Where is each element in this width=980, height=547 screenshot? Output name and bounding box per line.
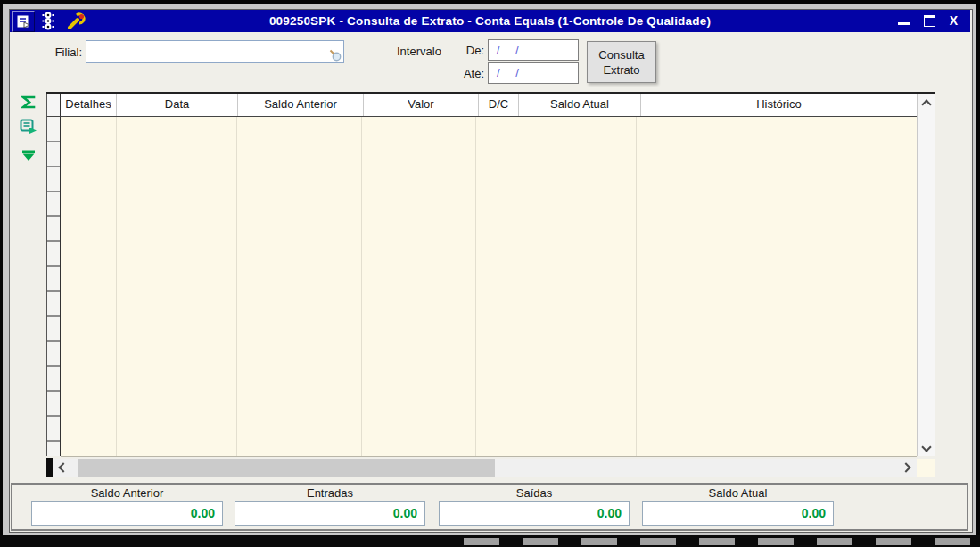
go-to-end-icon[interactable]	[18, 145, 39, 167]
magnifier-icon[interactable]	[329, 49, 342, 62]
grid-body[interactable]	[61, 117, 917, 457]
consulta-extrato-button[interactable]: Consulta Extrato	[587, 41, 656, 83]
grid-row-selector-column[interactable]	[46, 117, 62, 456]
saldo-anterior-field: 0.00	[31, 501, 223, 526]
saldo-atual-field: 0.00	[642, 501, 834, 526]
grid-header-row: Detalhes Data Saldo Anterior Valor D/C S…	[61, 94, 917, 117]
maximize-button[interactable]	[924, 15, 935, 27]
ate-input[interactable]: / /	[488, 62, 579, 84]
de-mask-value: / /	[489, 40, 578, 56]
go-to-end-glyph	[21, 149, 37, 163]
column-separator	[361, 117, 362, 456]
consulta-extrato-button-line2: Extrato	[603, 62, 639, 78]
filial-input[interactable]	[88, 43, 324, 61]
chevron-up-icon	[921, 99, 931, 109]
titlebar[interactable]: 009250SPK - Consulta de Extrato - Conta …	[10, 10, 970, 32]
saldo-atual-value: 0.00	[643, 502, 833, 520]
minimize-button[interactable]	[898, 22, 910, 25]
entradas-value: 0.00	[235, 502, 424, 520]
saidas-label: Saídas	[439, 486, 630, 500]
column-header-saldo-anterior[interactable]: Saldo Anterior	[238, 94, 364, 116]
column-header-saldo-atual[interactable]: Saldo Atual	[519, 94, 641, 116]
intervalo-label: Intervalo	[397, 45, 441, 59]
column-header-detalhes[interactable]: Detalhes	[61, 94, 117, 116]
detail-form-glyph	[20, 119, 37, 136]
ate-label: Até:	[449, 67, 484, 81]
scroll-right-button[interactable]	[897, 459, 915, 477]
grid-selector-header	[46, 94, 62, 117]
filial-label: Filial:	[27, 46, 82, 60]
column-header-data[interactable]: Data	[117, 94, 238, 116]
scroll-down-button[interactable]	[918, 438, 935, 456]
column-separator	[236, 117, 237, 456]
sigma-glyph	[21, 94, 37, 111]
column-header-dc[interactable]: D/C	[479, 94, 519, 116]
entradas-label: Entradas	[235, 486, 425, 500]
background-taskbar-fragments	[464, 538, 980, 545]
de-label: De:	[449, 44, 484, 58]
window-title: 009250SPK - Consulta de Extrato - Conta …	[10, 10, 970, 32]
grid-size-box[interactable]	[46, 458, 53, 477]
window-controls: X	[898, 10, 958, 32]
scroll-left-button[interactable]	[54, 459, 72, 477]
column-header-valor[interactable]: Valor	[364, 94, 479, 116]
horizontal-scrollbar[interactable]	[53, 459, 917, 477]
entradas-field: 0.00	[235, 501, 425, 526]
saidas-value: 0.00	[440, 502, 629, 520]
scroll-up-button[interactable]	[918, 95, 935, 113]
screen: 009250SPK - Consulta de Extrato - Conta …	[0, 0, 980, 547]
saldo-anterior-value: 0.00	[32, 502, 222, 520]
detail-form-icon[interactable]	[18, 116, 39, 137]
saldo-atual-label: Saldo Atual	[642, 486, 834, 500]
column-separator	[475, 117, 476, 456]
saldo-anterior-label: Saldo Anterior	[31, 486, 223, 500]
column-header-historico[interactable]: Histórico	[641, 94, 917, 116]
chevron-right-icon	[901, 462, 910, 472]
desktop-strip	[0, 535, 980, 547]
filial-field-wrap	[86, 40, 344, 63]
scrollbar-corner	[917, 459, 935, 477]
column-separator	[636, 117, 637, 456]
ate-mask-value: / /	[489, 63, 578, 79]
vertical-scrollbar[interactable]	[917, 94, 935, 456]
saidas-field: 0.00	[439, 501, 630, 526]
chevron-down-icon	[921, 442, 931, 452]
close-button[interactable]: X	[950, 10, 958, 32]
column-separator	[116, 117, 117, 456]
horizontal-scrollbar-thumb[interactable]	[78, 459, 495, 477]
consulta-extrato-button-line1: Consulta	[598, 47, 644, 62]
sum-sigma-icon[interactable]	[18, 91, 39, 112]
column-separator	[515, 117, 515, 456]
chevron-left-icon	[58, 462, 68, 472]
de-input[interactable]: / /	[488, 39, 579, 61]
